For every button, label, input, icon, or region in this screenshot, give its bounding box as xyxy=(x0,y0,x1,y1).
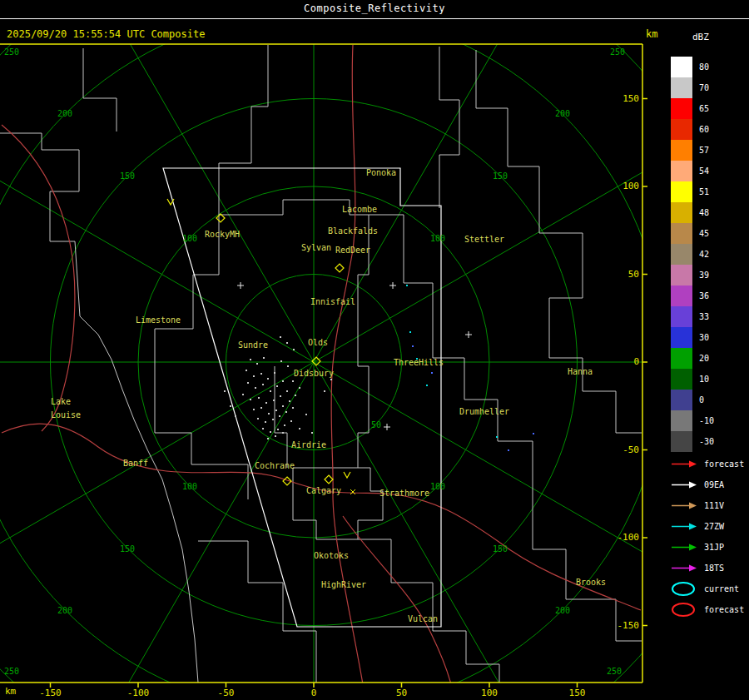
legend-arrow-icon xyxy=(669,537,699,558)
echo-dot xyxy=(286,390,288,392)
range-label: 150 xyxy=(493,171,508,181)
echo-dot xyxy=(330,379,332,380)
legend-label: 27ZW xyxy=(704,516,724,537)
bottom-axis-label: 50 xyxy=(396,688,407,698)
colorbar-swatch xyxy=(671,161,692,181)
echo-dot xyxy=(263,357,265,359)
colorbar-value: 70 xyxy=(699,77,709,98)
echo-dot xyxy=(253,409,255,410)
echo-dot xyxy=(255,387,256,389)
range-label: 200 xyxy=(57,606,72,615)
colorbar-value: 33 xyxy=(699,306,709,327)
radar-map-canvas xyxy=(0,0,749,700)
legend-arrow-icon xyxy=(669,558,699,578)
range-rings-layer xyxy=(0,0,749,700)
colorbar-swatch xyxy=(671,327,692,348)
place-label: ThreeHills xyxy=(394,358,444,367)
range-label: 150 xyxy=(120,544,135,554)
arrow-head xyxy=(689,544,697,551)
arrow-head xyxy=(689,565,697,572)
echo-dot xyxy=(267,438,269,439)
echo-dot xyxy=(230,405,231,407)
echo-dot xyxy=(285,411,287,413)
legend-label: 111V xyxy=(704,495,724,516)
echo-dot xyxy=(265,402,267,404)
axis-ticks-layer xyxy=(51,99,648,688)
echo-dot xyxy=(275,410,277,411)
range-label: 100 xyxy=(182,234,197,243)
echo-dot xyxy=(260,407,262,409)
colorbar-swatch xyxy=(671,98,692,119)
echo-dot xyxy=(287,365,289,367)
echo-dot xyxy=(246,370,247,371)
colorbar-swatch xyxy=(671,223,692,244)
place-label: Lake xyxy=(51,397,71,406)
bottom-axis-label: -100 xyxy=(127,688,150,698)
colorbar-value: 60 xyxy=(699,119,709,140)
boundary-line xyxy=(80,316,198,683)
legend-arrow-icon xyxy=(669,495,699,516)
colorbar-value: 36 xyxy=(699,285,709,306)
echo-dot xyxy=(284,424,285,426)
colorbar-value: 57 xyxy=(699,140,709,161)
colorbar-swatch xyxy=(671,202,692,223)
legend-ellipse-icon xyxy=(669,599,699,620)
place-label: Drumheller xyxy=(459,407,509,416)
echo-dot xyxy=(305,414,307,415)
colorbar-swatch xyxy=(671,410,692,431)
colorbar-swatch xyxy=(671,306,692,327)
right-axis-label: -50 xyxy=(604,444,639,455)
colorbar-swatch xyxy=(671,244,692,265)
arrow-head xyxy=(689,461,697,468)
place-label: Sylvan xyxy=(301,243,331,252)
echo-dot-blue xyxy=(533,433,534,434)
colorbar-swatch xyxy=(671,390,692,410)
echo-dot xyxy=(286,342,288,344)
echo-dot xyxy=(275,435,276,437)
arrow-head xyxy=(689,524,697,530)
echo-dot-blue xyxy=(508,449,509,451)
colorbar-swatch xyxy=(671,119,692,140)
right-axis-label: 100 xyxy=(604,181,639,191)
radar-app-window: { "title": "Composite_Reflectivity", "st… xyxy=(0,0,749,700)
boundary-line xyxy=(198,541,316,683)
echo-dot xyxy=(299,428,300,429)
echo-dot xyxy=(270,431,271,433)
range-label: 250 xyxy=(4,47,19,57)
bottom-axis-label: -50 xyxy=(218,688,235,698)
legend-arrow-icon xyxy=(669,516,699,537)
range-label: 200 xyxy=(555,606,570,615)
echo-dot-blue xyxy=(431,372,433,374)
range-label: 200 xyxy=(555,109,570,118)
echo-dot xyxy=(289,400,290,402)
echo-dot-cyan xyxy=(496,436,498,438)
colorbar-value: 54 xyxy=(699,161,709,181)
place-label: Hanna xyxy=(568,367,593,376)
place-label: Olds xyxy=(308,338,328,347)
range-label: 200 xyxy=(57,109,72,118)
colorbar-swatch xyxy=(671,431,692,452)
echo-dot xyxy=(247,382,249,384)
legend-arrow-icon xyxy=(669,454,699,474)
legend-label: forecast xyxy=(704,599,744,620)
place-label: Cochrane xyxy=(255,461,295,470)
colorbar-value: 48 xyxy=(699,202,709,223)
azimuth-line xyxy=(0,362,314,582)
range-label: 100 xyxy=(430,234,445,243)
place-label: Didsbury xyxy=(294,369,334,378)
colorbar-value: 80 xyxy=(699,57,709,77)
echo-dot xyxy=(262,428,264,429)
colorbar-swatch xyxy=(671,265,692,285)
azimuth-line xyxy=(314,0,533,362)
range-label: 250 xyxy=(607,667,622,676)
echo-dot xyxy=(277,429,279,430)
range-label: 100 xyxy=(430,482,445,491)
echo-dot xyxy=(324,390,325,392)
colorbar-swatch xyxy=(671,77,692,98)
echo-dot xyxy=(253,375,255,377)
echo-dot xyxy=(282,405,284,407)
place-label: Strathmore xyxy=(379,489,429,498)
bottom-axis-label: 0 xyxy=(311,688,317,698)
range-label: 100 xyxy=(182,482,197,491)
place-label: Ponoka xyxy=(366,168,396,177)
